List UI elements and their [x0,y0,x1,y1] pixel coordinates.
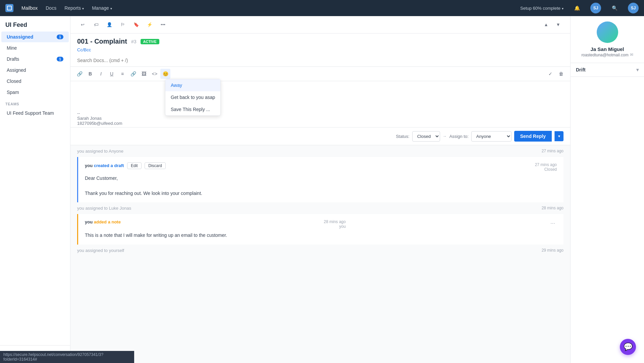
contact-section-drift-header[interactable]: Drift ▾ [576,67,639,72]
msg-header: you created a draft Edit Discard 27 mins… [85,162,557,172]
format-underline-button[interactable]: U [107,69,117,79]
sidebar-item-closed[interactable]: Closed [1,76,69,87]
contact-email-row: roastedtuna@hotmail.com ✉ [581,52,633,57]
notifications-button[interactable]: 🔔 [572,3,582,13]
activity-time: 29 mins ago [542,248,564,253]
note-message-card: you added a note 28 mins ago you ⋯ This … [77,214,564,244]
sidebar-title: UI Feed [0,16,70,31]
msg-time: 27 mins ago [535,162,557,167]
nav-manage[interactable]: Manage [92,5,112,11]
contact-section-chevron: ▾ [636,67,639,72]
sidebar-item-assigned[interactable]: Assigned [1,65,69,75]
activity-assign-anyone: you assigned to Anyone 27 mins ago [70,145,570,157]
arrow-right-icon: → [443,134,447,139]
cc-bcc-link[interactable]: Cc/Bcc [70,45,570,54]
format-link-button[interactable]: 🔗 [74,69,85,79]
compose-body[interactable] [70,81,570,108]
discard-draft-button[interactable]: Discard [145,162,166,169]
compose-footer: Status: Closed → Assign to: Anyone Send … [70,127,570,145]
next-conversation-button[interactable]: ▼ [553,19,564,30]
user-profile-button[interactable]: SJ [628,3,639,13]
signature: -- Sarah Jonas 1827095b@uifeed.com [70,108,570,127]
note-author-label: you [324,224,345,229]
msg-meta-right: 27 mins ago Closed [535,162,557,172]
activity-feed: you assigned to Anyone 27 mins ago you c… [70,145,570,256]
conversation-title: 001 - Complaint #3 ACTIVE [77,38,564,45]
sidebar-item-drafts-label: Drafts [7,56,57,62]
sidebar-support-team-label: UI Feed Support Team [7,110,63,116]
check-button[interactable]: ✓ [545,69,555,79]
note-more-button[interactable]: ⋯ [549,219,557,227]
search-button[interactable]: 🔍 [609,3,620,13]
assign-button[interactable]: 👤 [104,19,115,30]
conversation-number: #3 [131,39,137,44]
contact-header: Ja San Miguel roastedtuna@hotmail.com ✉ [571,16,644,63]
note-time: 28 mins ago [324,219,345,224]
msg-meta: you created a draft Edit Discard [85,162,166,169]
sidebar-item-mine[interactable]: Mine [1,43,69,53]
teams-section-label: TEAMS [0,98,70,107]
snippet-get-back[interactable]: Get back to you asap [165,91,220,103]
chat-bubble-button[interactable]: 💬 [620,339,636,355]
note-action: added a note [94,219,121,224]
assign-select[interactable]: Anyone [471,131,512,142]
emoji-snippets-button[interactable]: 😊 [160,69,170,79]
sidebar-item-unassigned[interactable]: Unassigned 1 [1,32,69,42]
label-button[interactable]: 🏷 [91,19,101,30]
contact-section-label: Drift [576,67,586,72]
assign-label: Assign to: [449,134,469,139]
setup-progress[interactable]: Setup 60% complete [520,6,564,11]
note-meta-right: 28 mins ago you [324,219,345,229]
activity-time: 28 mins ago [542,206,564,211]
msg-status: Closed [535,167,557,172]
note-body: This is a note that I will make for writ… [85,231,557,239]
msg-body: Dear Customer, Thank you for reaching ou… [85,174,557,197]
archive-button[interactable]: ⚡ [144,19,155,30]
setup-chevron-icon [562,6,564,11]
right-panel: Ja San Miguel roastedtuna@hotmail.com ✉ … [570,16,644,363]
sidebar-drafts-badge: 1 [57,57,63,61]
user-menu-button[interactable]: SJ [590,3,601,13]
activity-text: you assigned to yourself [77,248,124,253]
edit-draft-button[interactable]: Edit [127,162,142,169]
format-list-button[interactable]: ≡ [117,69,127,79]
format-bold-button[interactable]: B [85,69,95,79]
sidebar-item-spam[interactable]: Spam [1,87,69,98]
search-docs-input[interactable] [70,54,570,67]
tag-button[interactable]: 🏳 [117,19,128,30]
prev-conversation-button[interactable]: ▲ [541,19,551,30]
reports-dropdown-icon [82,5,84,11]
sidebar-item-drafts[interactable]: Drafts 1 [1,54,69,64]
contact-avatar [597,21,618,43]
conversation-nav: ▲ ▼ [541,19,564,30]
activity-assign-luke: you assigned to Luke Jonas 28 mins ago [70,202,570,214]
sidebar-item-support-team[interactable]: UI Feed Support Team [1,108,69,118]
url-bar: https://secure.helpscout.net/conversatio… [0,351,134,363]
compose-toolbar: 🔗 B I U ≡ 🔗 🖼 <> 😊 Away Get back to you … [70,67,570,81]
insert-link-button[interactable]: 🔗 [128,69,138,79]
app-logo [5,4,13,12]
snippet-save-reply[interactable]: Save This Reply ... [165,103,220,115]
msg-body-line3: Thank you for reaching out. We look into… [85,190,557,197]
more-button[interactable]: ••• [158,19,168,30]
nav-mailbox[interactable]: Mailbox [21,5,38,11]
save-button[interactable]: 🔖 [131,19,142,30]
manage-dropdown-icon [110,5,112,11]
note-meta: you added a note [85,219,121,224]
sidebar-item-closed-label: Closed [7,79,63,84]
top-nav: Mailbox Docs Reports Manage Setup 60% co… [0,0,644,16]
contact-section-drift: Drift ▾ [571,63,644,77]
nav-reports[interactable]: Reports [64,5,84,11]
snippet-away[interactable]: Away [165,79,220,91]
delete-button[interactable]: 🗑 [556,69,566,79]
status-select[interactable]: Closed [412,131,440,142]
code-button[interactable]: <> [150,69,160,79]
undo-button[interactable]: ↩ [77,19,88,30]
insert-image-button[interactable]: 🖼 [139,69,149,79]
nav-docs[interactable]: Docs [46,5,56,11]
send-reply-button[interactable]: Send Reply [514,131,552,142]
status-row: Status: Closed → Assign to: Anyone [396,131,512,142]
main-content: ↩ 🏷 👤 🏳 🔖 ⚡ ••• ▲ ▼ 001 - Complaint #3 [70,16,570,363]
format-italic-button[interactable]: I [96,69,106,79]
send-dropdown-button[interactable]: ▾ [554,131,564,141]
